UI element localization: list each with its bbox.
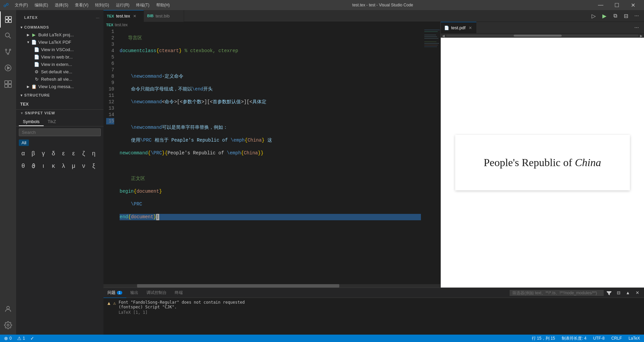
menu-select[interactable]: 选择(S) [52,2,71,9]
status-position[interactable]: 行 15，列 15 [530,336,556,341]
filter-all-button[interactable]: All [19,140,29,146]
tree-item-viewvscode[interactable]: 📄 View in VSCod... [16,46,103,53]
pdf-tab-icon: 📄 [444,26,449,30]
tree-item-setdefault[interactable]: ⚙ Set default vie... [16,68,103,75]
activity-account[interactable] [0,301,16,317]
symbol-mu[interactable]: μ [69,162,78,170]
tab-tikz[interactable]: TikZ [44,118,60,126]
collapse-button[interactable]: ⊟ [621,11,631,21]
pdf-scroll-right[interactable]: ▶ [640,34,643,38]
problems-label: 问题 [108,290,116,296]
tree-item-viewlog[interactable]: ▶ 📋 View Log messa... [16,83,103,90]
more-button[interactable]: ··· [632,11,641,21]
symbols-row1: α β γ δ ε ε ζ η [16,147,103,160]
activity-settings[interactable] [0,317,16,333]
gear-icon: ⚙ [34,69,40,74]
status-eol[interactable]: CRLF [610,336,623,341]
activity-search[interactable] [0,28,16,44]
symbol-delta[interactable]: δ [49,150,58,157]
symbol-eta[interactable]: η [89,150,98,157]
tab-terminal[interactable]: 终端 [171,288,187,298]
filter-icon[interactable] [605,289,613,297]
menu-file[interactable]: 文件(F) [12,2,31,9]
symbol-beta[interactable]: β [29,150,38,157]
symbol-epsilon1[interactable]: ε [59,150,68,157]
status-language[interactable]: LaTeX [627,336,641,341]
snippet-arrow: ▼ [20,111,24,115]
code-hscroll[interactable] [103,284,440,288]
code-content[interactable]: 导言区 documentclass{ctexart} % ctexbook, c… [117,28,424,284]
close-button[interactable]: ✕ [625,0,641,10]
panel-maximize-btn[interactable]: ▲ [624,289,632,297]
menu-view[interactable]: 查看(V) [72,2,91,9]
menu-terminal[interactable]: 终端(T) [133,2,152,9]
symbol-vartheta[interactable]: ϑ [29,162,38,170]
tab-testex-label: test.tex [116,13,130,18]
activity-extensions[interactable] [0,76,16,92]
symbol-epsilon2[interactable]: ε [69,150,78,157]
symbol-iota[interactable]: ι [39,162,48,170]
panel-expand-btn[interactable]: ⊟ [614,289,622,297]
activity-explorer[interactable] [0,11,16,28]
menu-edit[interactable]: 编辑(E) [32,2,51,9]
editor-area: TEX test.tex ✕ BIB test.bib ▷ ▶ ⧉ ⊟ ··· … [103,10,644,335]
symbol-kappa[interactable]: κ [49,162,58,170]
commands-section-header[interactable]: ▼ COMMANDS [16,24,103,31]
sidebar-more-icon[interactable]: ··· [96,15,99,20]
menu-goto[interactable]: 转到(G) [92,2,112,9]
snippet-header[interactable]: ▼ SNIPPET VIEW [16,110,103,116]
expand-warning-icon[interactable]: ▲ [108,300,110,306]
pdf-tab[interactable]: 📄 test.pdf ✕ [441,22,476,34]
symbol-nu[interactable]: ν [79,162,88,170]
viewvscode-label: View in VSCod... [41,47,74,52]
minimize-button[interactable]: — [593,0,608,10]
split-button[interactable]: ⧉ [610,11,620,21]
warning-count: 1 [23,336,25,341]
tab-testex-close[interactable]: ✕ [132,13,137,19]
pdf-scroll-left[interactable]: ◀ [442,34,445,38]
symbol-lambda[interactable]: λ [59,162,68,170]
structure-section-header[interactable]: ▼ STRUCTURE [16,91,103,99]
symbol-zeta[interactable]: ζ [79,150,88,157]
tree-item-refresh[interactable]: ↻ Refresh all vie... [16,75,103,83]
pdf-hscroll[interactable]: ◀ ▶ [441,34,644,38]
pdf-tab-close[interactable]: ✕ [468,25,473,31]
activity-source-control[interactable] [0,44,16,60]
tab-output[interactable]: 输出 [126,288,142,298]
tree-item-viewextern[interactable]: 📄 View in extern... [16,61,103,68]
run-green-button[interactable]: ▶ [600,11,609,21]
symbol-alpha[interactable]: α [19,150,28,157]
status-warnings[interactable]: ⚠ 1 [16,336,27,341]
status-encoding[interactable]: UTF-8 [592,336,606,341]
activity-run[interactable] [0,60,16,76]
snippet-view-label: SNIPPET VIEW [25,111,55,115]
panel-filter: ⊟ ▲ ✕ [510,289,644,297]
tab-symbols[interactable]: Symbols [19,118,44,126]
svg-rect-2 [5,20,8,23]
tree-item-viewweb[interactable]: 📄 View in web br... [16,53,103,61]
status-errors[interactable]: ⊗ 0 [3,336,13,341]
code-line-2: documentclass{ctexart} % ctexbook, ctexr… [120,48,421,54]
pdf-more-button[interactable]: ··· [632,23,641,32]
snippet-search-input[interactable] [19,128,101,136]
tab-debug-console[interactable]: 调试控制台 [142,288,171,298]
maximize-button[interactable]: ☐ [609,0,625,10]
panel-close-btn[interactable]: ✕ [633,289,641,297]
menu-help[interactable]: 帮助(H) [154,2,173,9]
run-button[interactable]: ▷ [589,11,598,21]
code-area[interactable]: 12345 678910 1112131415 导言区 documentclas… [103,28,440,284]
status-tabsize[interactable]: 制表符长度: 4 [560,336,588,341]
tab-testbib[interactable]: BIB test.bib [144,10,184,22]
menu-run[interactable]: 运行(R) [113,2,132,9]
code-editor[interactable]: TEX test.tex 12345 678910 1112131415 导言区… [103,22,441,288]
tree-item-build[interactable]: ▶ ▶ Build LaTeX proj... [16,31,103,38]
symbol-theta[interactable]: θ [19,162,28,170]
svg-rect-12 [8,81,11,84]
tab-testex[interactable]: TEX test.tex ✕ [103,10,144,22]
symbol-xi[interactable]: ξ [89,162,98,170]
symbol-gamma[interactable]: γ [39,150,48,157]
tree-item-view-pdf[interactable]: ▼ 📄 View LaTeX PDF [16,38,103,46]
tab-problems[interactable]: 问题 1 [103,288,126,298]
status-check[interactable]: ✓ [29,336,36,341]
panel-filter-input[interactable] [510,290,604,296]
